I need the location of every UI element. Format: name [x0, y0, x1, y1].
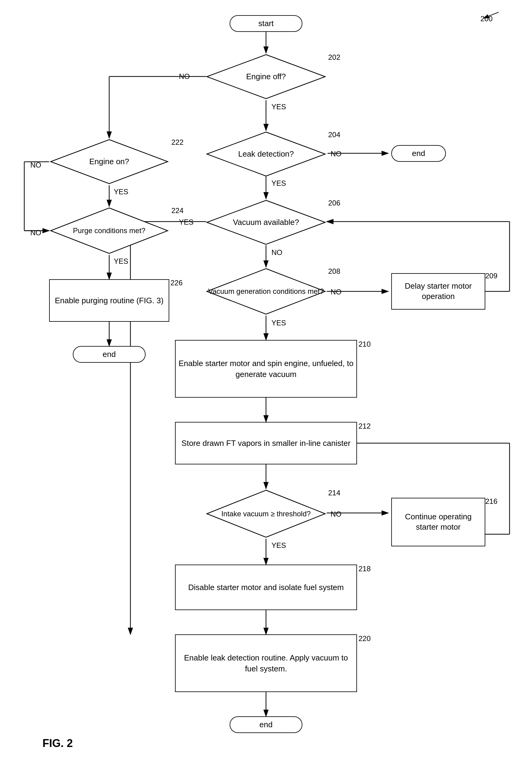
vacuum-generation-diamond: Vacuum generation conditions met?: [205, 267, 327, 316]
end-node-3: end: [73, 346, 146, 363]
purge-conditions-diamond: Purge conditions met?: [49, 206, 169, 255]
ref-226: 226: [170, 279, 183, 287]
ref-218: 218: [359, 565, 371, 573]
ref-206: 206: [328, 199, 340, 207]
svg-line-31: [483, 12, 499, 18]
end-node-2: end: [230, 716, 302, 733]
yes-label-202: YES: [271, 103, 286, 111]
ref-210: 210: [359, 340, 371, 348]
engine-off-diamond: Engine off?: [205, 53, 327, 100]
no-label-206: NO: [271, 248, 282, 257]
continue-starter-motor-box: Continue operating starter motor: [391, 498, 485, 546]
ref-202: 202: [328, 53, 340, 62]
ref-209: 209: [485, 272, 497, 280]
no-label-208: NO: [331, 288, 342, 296]
ref-216: 216: [485, 497, 497, 506]
vacuum-available-diamond: Vacuum available?: [205, 199, 327, 246]
no-label-202: NO: [179, 72, 190, 81]
start-node: start: [230, 15, 302, 32]
store-ft-vapors-box: Store drawn FT vapors in smaller in-line…: [175, 422, 357, 465]
yes-label-204: YES: [271, 179, 286, 188]
ref-224: 224: [171, 206, 184, 215]
disable-starter-motor-box: Disable starter motor and isolate fuel s…: [175, 565, 357, 610]
delay-starter-motor-box: Delay starter motor operation: [391, 273, 485, 309]
enable-purging-box: Enable purging routine (FIG. 3): [49, 279, 169, 322]
ref-212: 212: [359, 422, 371, 431]
flowchart-diagram: 200 start Engine off? 202 YES NO Leak de…: [0, 0, 532, 774]
ref-208: 208: [328, 267, 340, 275]
yes-label-214: YES: [271, 541, 286, 550]
figure-label: FIG. 2: [42, 737, 73, 750]
intake-vacuum-diamond: Intake vacuum ≥ threshold?: [205, 489, 327, 539]
ref-204: 204: [328, 130, 340, 139]
no-label-224: NO: [30, 228, 41, 237]
enable-leak-detection-box: Enable leak detection routine. Apply vac…: [175, 634, 357, 692]
yes-label-208: YES: [271, 319, 286, 327]
engine-on-diamond: Engine on?: [49, 138, 169, 185]
yes-label-224: YES: [114, 257, 128, 265]
no-label-204: NO: [331, 150, 342, 158]
enable-starter-motor-box: Enable starter motor and spin engine, un…: [175, 340, 357, 398]
yes-label-206: YES: [179, 218, 194, 226]
ref-222: 222: [171, 138, 184, 147]
no-label-214: NO: [331, 510, 342, 519]
no-label-222: NO: [30, 161, 41, 169]
ref-220: 220: [359, 634, 371, 643]
end-node-1: end: [391, 145, 446, 162]
leak-detection-diamond: Leak detection?: [205, 130, 327, 177]
ref-200-arrow: [477, 9, 502, 21]
ref-214: 214: [328, 489, 340, 497]
yes-label-222: YES: [114, 188, 128, 196]
